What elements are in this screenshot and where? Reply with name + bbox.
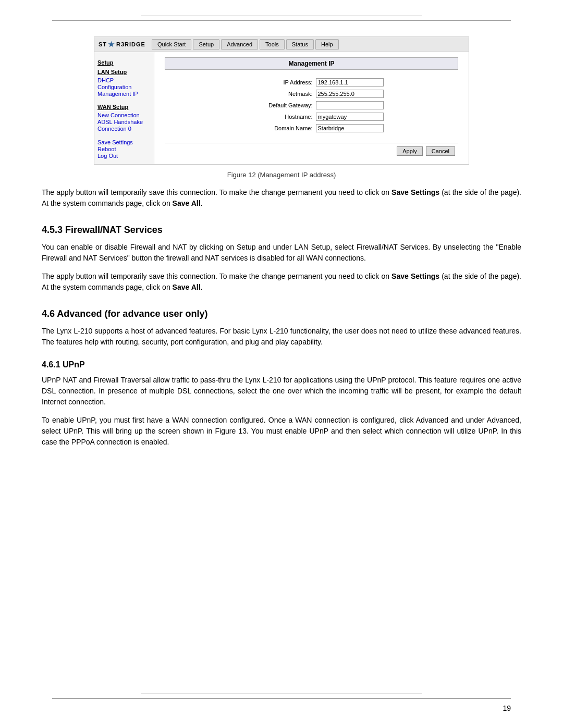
section-461-text: 4.6.1 UPnP <box>42 360 85 369</box>
sidebar-link-management-ip[interactable]: Management IP <box>97 91 151 97</box>
top-line-long <box>52 20 511 21</box>
bottom-line-short <box>141 694 422 694</box>
top-line-short <box>141 16 422 16</box>
cancel-button[interactable]: Cancel <box>426 146 455 156</box>
router-body: Setup LAN Setup DHCP Configuration Manag… <box>94 52 469 164</box>
sidebar-link-dhcp[interactable]: DHCP <box>97 77 151 83</box>
section-453-heading: 4.5.3 Firewall/NAT Services <box>42 225 521 236</box>
bottom-line-long <box>52 698 511 699</box>
label-default-gateway: Default Gateway: <box>240 102 313 108</box>
form-button-row: Apply Cancel <box>165 143 458 159</box>
nav-tab-advanced[interactable]: Advanced <box>221 39 258 50</box>
input-netmask[interactable] <box>316 90 384 98</box>
sidebar-link-new-connection[interactable]: New Connection <box>97 112 151 118</box>
nav-tab-tools[interactable]: Tools <box>260 39 285 50</box>
bold-save-all-1: Save All <box>173 199 201 207</box>
router-ui-screenshot: ST ★ R3RIDGE Quick Start Setup Advanced … <box>94 36 469 165</box>
paragraph-4: The Lynx L-210 supports a host of advanc… <box>42 326 521 348</box>
router-content-panel: Management IP IP Address: Netmask: Defau… <box>154 52 469 164</box>
bottom-area: 19 <box>0 694 563 712</box>
label-hostname: Hostname: <box>240 114 313 120</box>
sidebar-link-save-settings[interactable]: Save Settings <box>97 139 151 145</box>
form-row-ip: IP Address: <box>175 78 448 87</box>
sidebar-link-adsl-handshake[interactable]: ADSL Handshake <box>97 119 151 125</box>
form-row-hostname: Hostname: <box>175 113 448 121</box>
router-sidebar: Setup LAN Setup DHCP Configuration Manag… <box>94 52 154 164</box>
page-number: 19 <box>503 704 511 712</box>
section-461-heading: 4.6.1 UPnP <box>42 360 521 369</box>
input-ip-address[interactable] <box>316 78 384 87</box>
section-46-text: 4.6 Advanced (for advance user only) <box>42 309 207 319</box>
paragraph-1: The apply button will temporarily save t… <box>42 187 521 209</box>
sidebar-wan-title: WAN Setup <box>97 104 151 110</box>
form-row-gateway: Default Gateway: <box>175 101 448 109</box>
sidebar-setup-title: Setup <box>97 59 151 66</box>
logo-text-right: R3RIDGE <box>116 41 145 47</box>
bold-save-all-2: Save All <box>173 283 201 291</box>
input-domain-name[interactable] <box>316 124 384 132</box>
page-number-row: 19 <box>52 704 511 712</box>
label-netmask: Netmask: <box>240 91 313 97</box>
paragraph-6: To enable UPnP, you must first have a WA… <box>42 415 521 448</box>
nav-tab-setup[interactable]: Setup <box>193 39 219 50</box>
router-logo: ST ★ R3RIDGE <box>99 40 145 48</box>
nav-tab-status[interactable]: Status <box>286 39 314 50</box>
star-icon: ★ <box>108 40 115 48</box>
input-hostname[interactable] <box>316 113 384 121</box>
router-header: ST ★ R3RIDGE Quick Start Setup Advanced … <box>94 37 469 52</box>
bold-save-settings-1: Save Settings <box>391 188 439 196</box>
paragraph-2: You can enable or disable Firewall and N… <box>42 242 521 264</box>
top-decorative-lines <box>0 0 563 26</box>
form-row-netmask: Netmask: <box>175 90 448 98</box>
paragraph-3: The apply button will temporarily save t… <box>42 271 521 293</box>
sidebar-link-connection0[interactable]: Connection 0 <box>97 126 151 132</box>
sidebar-separator <box>97 97 151 101</box>
sidebar-link-configuration[interactable]: Configuration <box>97 84 151 90</box>
sidebar-link-logout[interactable]: Log Out <box>97 153 151 159</box>
apply-button[interactable]: Apply <box>397 146 423 156</box>
main-content: ST ★ R3RIDGE Quick Start Setup Advanced … <box>0 26 563 476</box>
logo-text-left: ST <box>99 41 107 47</box>
paragraph-5: UPnP NAT and Firewall Traversal allow tr… <box>42 375 521 408</box>
panel-title: Management IP <box>165 57 458 70</box>
page-container: ST ★ R3RIDGE Quick Start Setup Advanced … <box>0 0 563 728</box>
section-453-text: 4.5.3 Firewall/NAT Services <box>42 225 163 235</box>
section-46-heading: 4.6 Advanced (for advance user only) <box>42 309 521 319</box>
management-ip-form: IP Address: Netmask: Default Gateway: <box>165 76 458 138</box>
nav-tab-help[interactable]: Help <box>315 39 339 50</box>
sidebar-link-reboot[interactable]: Reboot <box>97 146 151 152</box>
label-domain-name: Domain Name: <box>240 125 313 131</box>
figure-caption: Figure 12 (Management IP address) <box>42 171 521 179</box>
input-default-gateway[interactable] <box>316 101 384 109</box>
nav-tab-quickstart[interactable]: Quick Start <box>152 39 191 50</box>
form-row-domain: Domain Name: <box>175 124 448 132</box>
sidebar-separator3 <box>97 135 151 139</box>
label-ip-address: IP Address: <box>240 79 313 85</box>
sidebar-lan-title: LAN Setup <box>97 69 151 75</box>
bold-save-settings-2: Save Settings <box>391 272 439 280</box>
